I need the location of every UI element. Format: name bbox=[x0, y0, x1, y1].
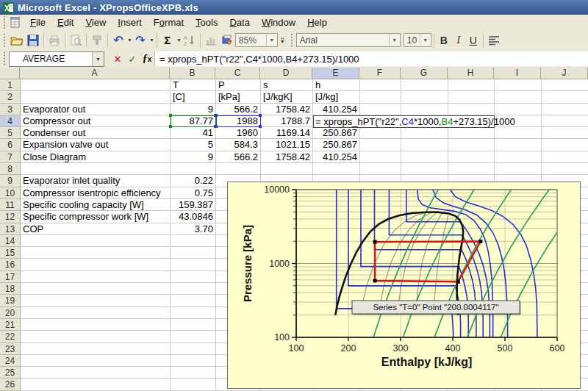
column-header-E[interactable]: E bbox=[312, 68, 359, 79]
cell-A5[interactable]: Condenser out bbox=[21, 127, 171, 139]
row-header-5[interactable]: 5 bbox=[0, 127, 21, 139]
cell-B25[interactable] bbox=[171, 367, 216, 379]
cell-A1[interactable] bbox=[21, 79, 171, 91]
cell-F3[interactable] bbox=[360, 104, 401, 115]
cell-G6[interactable] bbox=[401, 139, 448, 151]
cell-H2[interactable] bbox=[448, 91, 495, 103]
row-header-11[interactable]: 11 bbox=[0, 199, 21, 211]
cell-D1[interactable]: s bbox=[261, 79, 313, 91]
enter-button[interactable]: ✓ bbox=[125, 51, 140, 66]
row-header-19[interactable]: 19 bbox=[0, 295, 21, 306]
cell-A14[interactable] bbox=[21, 235, 171, 247]
cell-F6[interactable] bbox=[360, 139, 401, 151]
cell-C2[interactable]: [kPa] bbox=[216, 91, 261, 103]
row-header-1[interactable]: 1 bbox=[0, 79, 21, 91]
cell-B4[interactable]: 87.77 bbox=[171, 115, 216, 127]
column-header-J[interactable]: J bbox=[541, 68, 588, 79]
cell-I6[interactable] bbox=[495, 139, 542, 151]
cell-B24[interactable] bbox=[171, 355, 216, 367]
row-header-21[interactable]: 21 bbox=[0, 319, 21, 331]
cell-B5[interactable]: 41 bbox=[171, 127, 216, 139]
name-box-dropdown-icon[interactable]: ▼ bbox=[92, 52, 104, 66]
range-handle[interactable] bbox=[169, 125, 172, 128]
cell-G1[interactable] bbox=[401, 79, 448, 91]
cell-edit-formula[interactable]: = xprops_hPT("r22",C4*1000,B4+273.15)/10… bbox=[313, 115, 495, 128]
cell-A25[interactable] bbox=[21, 367, 171, 379]
cell-A19[interactable] bbox=[21, 295, 171, 306]
cell-B3[interactable]: 9 bbox=[171, 104, 216, 115]
column-header-H[interactable]: H bbox=[448, 68, 494, 79]
redo-button[interactable]: ↷ bbox=[132, 32, 148, 49]
print-button[interactable] bbox=[46, 32, 62, 49]
range-handle[interactable] bbox=[259, 125, 262, 128]
column-header-F[interactable]: F bbox=[359, 68, 401, 79]
cell-A2[interactable] bbox=[21, 91, 171, 103]
cell-A6[interactable]: Expansion valve out bbox=[21, 139, 171, 151]
cell-A3[interactable]: Evaporator out bbox=[21, 104, 171, 115]
cell-C3[interactable]: 566.2 bbox=[216, 104, 261, 115]
cell-E1[interactable]: h bbox=[313, 79, 360, 91]
cell-B18[interactable] bbox=[171, 283, 216, 295]
cell-A16[interactable] bbox=[21, 259, 171, 270]
row-header-7[interactable]: 7 bbox=[0, 151, 21, 163]
cell-J5[interactable] bbox=[542, 127, 588, 139]
cell-I7[interactable] bbox=[495, 151, 542, 163]
row-header-20[interactable]: 20 bbox=[0, 307, 21, 319]
range-handle[interactable] bbox=[169, 114, 172, 117]
menu-data[interactable]: Data bbox=[223, 15, 255, 29]
cell-I1[interactable] bbox=[495, 79, 542, 91]
cell-A7[interactable]: Close Diagram bbox=[21, 151, 171, 163]
cell-I3[interactable] bbox=[495, 104, 542, 115]
autosum-button[interactable]: Σ bbox=[159, 32, 176, 49]
cell-E3[interactable]: 410.254 bbox=[313, 104, 360, 115]
zoom-dropdown-icon[interactable]: ▼ bbox=[266, 34, 277, 46]
range-handle[interactable] bbox=[215, 125, 218, 128]
row-header-15[interactable]: 15 bbox=[0, 247, 21, 259]
row-header-6[interactable]: 6 bbox=[0, 139, 21, 151]
chart-wizard-button[interactable] bbox=[203, 32, 219, 49]
office-button[interactable] bbox=[219, 32, 235, 49]
row-header-4[interactable]: 4 bbox=[0, 115, 21, 127]
cell-E2[interactable]: [J/kg] bbox=[313, 91, 360, 103]
cell-B19[interactable] bbox=[171, 295, 216, 306]
row-header-18[interactable]: 18 bbox=[0, 283, 21, 295]
toolbar-grip[interactable] bbox=[2, 32, 7, 49]
underline-button[interactable]: U bbox=[466, 35, 481, 46]
cell-D8[interactable] bbox=[261, 163, 313, 175]
cell-B7[interactable]: 9 bbox=[171, 151, 216, 163]
open-button[interactable] bbox=[9, 32, 25, 49]
row-header-2[interactable]: 2 bbox=[0, 91, 21, 103]
cell-H6[interactable] bbox=[448, 139, 495, 151]
menu-file[interactable]: File bbox=[24, 15, 51, 29]
cell-C4[interactable]: 1988 bbox=[216, 115, 261, 127]
cell-G5[interactable] bbox=[401, 127, 448, 139]
name-box[interactable]: AVERAGE ▼ bbox=[9, 51, 104, 67]
cell-E5[interactable]: 250.867 bbox=[313, 127, 360, 139]
cell-B14[interactable] bbox=[171, 235, 216, 247]
cell-G7[interactable] bbox=[401, 151, 448, 163]
cell-C6[interactable]: 584.3 bbox=[216, 139, 261, 151]
cell-J6[interactable] bbox=[542, 139, 588, 151]
cell-J7[interactable] bbox=[542, 151, 588, 163]
menu-format[interactable]: Format bbox=[148, 15, 190, 29]
cell-F5[interactable] bbox=[360, 127, 401, 139]
cell-H1[interactable] bbox=[448, 79, 495, 91]
cell-B11[interactable]: 159.387 bbox=[171, 199, 216, 211]
row-header-12[interactable]: 12 bbox=[0, 211, 21, 223]
select-all-corner[interactable] bbox=[0, 68, 20, 79]
cell-H5[interactable] bbox=[448, 127, 495, 139]
cell-F7[interactable] bbox=[360, 151, 401, 163]
column-header-D[interactable]: D bbox=[260, 68, 312, 79]
cell-A15[interactable] bbox=[21, 247, 171, 259]
cell-G2[interactable] bbox=[401, 91, 448, 103]
cell-A9[interactable]: Evaporator inlet quality bbox=[21, 175, 171, 187]
cell-A21[interactable] bbox=[21, 319, 171, 331]
column-header-A[interactable]: A bbox=[20, 68, 170, 79]
cell-I8[interactable] bbox=[495, 163, 542, 175]
cell-E6[interactable]: 250.867 bbox=[313, 139, 360, 151]
undo-button-dropdown-icon[interactable]: ▼ bbox=[127, 37, 132, 43]
cell-A17[interactable] bbox=[21, 271, 171, 283]
cell-J8[interactable] bbox=[542, 163, 588, 175]
font-name-combo[interactable]: Arial▼ bbox=[296, 33, 401, 47]
cell-C1[interactable]: P bbox=[216, 79, 261, 91]
